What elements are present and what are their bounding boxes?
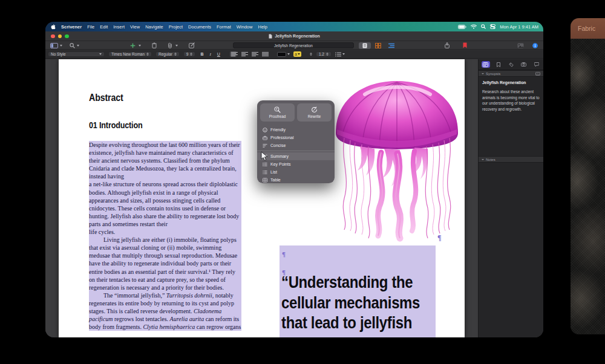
media-icon[interactable]	[517, 43, 524, 48]
inspector-tabs	[479, 59, 543, 70]
binder-toggle-icon[interactable]	[50, 43, 58, 48]
rewrite-button[interactable]: Rewrite	[297, 103, 332, 122]
rewrite-icon	[311, 106, 318, 113]
pull-quote-text: “Understanding the cellular mechanisms t…	[281, 272, 437, 333]
wifi-icon[interactable]	[471, 24, 477, 29]
align-center-button[interactable]	[240, 51, 247, 57]
underline-button[interactable]: U	[216, 52, 221, 56]
list-format-icon[interactable]	[335, 52, 345, 57]
fabric-window[interactable]: Fabric	[571, 18, 605, 334]
menu-item-edit[interactable]: Edit	[100, 24, 108, 30]
selected-body-text[interactable]: Despite evolving throughout the last 600…	[89, 141, 241, 331]
trash-icon[interactable]	[152, 42, 157, 48]
fabric-title: Fabric	[578, 25, 595, 32]
inspector-panel: Synopsis Jellyfish Regeneration Research…	[478, 59, 543, 337]
tab-comments-icon[interactable]	[532, 61, 541, 68]
pilcrow-mark: ¶	[282, 250, 286, 258]
compose-icon[interactable]	[189, 42, 195, 48]
spotlight-icon[interactable]	[481, 24, 486, 29]
menu-item-help[interactable]: Help	[258, 24, 267, 30]
writing-tool-list[interactable]: List	[257, 168, 335, 176]
pilcrow-mark: ¶	[437, 233, 441, 242]
inspector-info-icon[interactable]	[532, 43, 538, 48]
italic-button[interactable]: I	[208, 52, 212, 57]
friendly-smiley-icon	[263, 128, 267, 132]
proofread-button[interactable]: Proofread	[260, 103, 295, 122]
key-points-icon	[263, 162, 267, 167]
font-variant-dropdown[interactable]: Regular	[155, 51, 180, 57]
apple-menu-icon[interactable]	[50, 24, 56, 30]
synopsis-content[interactable]: Jellyfish Regeneration Research about th…	[479, 77, 543, 112]
font-dropdown[interactable]: Times New Roman	[108, 51, 152, 57]
bold-button[interactable]: B	[199, 52, 204, 56]
search-icon[interactable]	[70, 43, 75, 48]
add-item-icon[interactable]	[130, 43, 136, 48]
tab-metadata-icon[interactable]	[507, 61, 515, 68]
scrivener-window: Jellyfish Regeneration	[45, 31, 543, 337]
menu-item-navigate[interactable]: Navigate	[145, 24, 163, 30]
view-mode-corkboard[interactable]	[372, 42, 384, 49]
heading-abstract: Abstract	[89, 92, 123, 104]
menu-item-scrivener[interactable]: Scrivener	[61, 24, 82, 30]
professional-briefcase-icon	[263, 135, 267, 140]
menu-item-view[interactable]: View	[130, 24, 140, 30]
document-title-field[interactable]: Jellyfish Regeneration	[233, 42, 354, 48]
paperclip-icon[interactable]	[168, 42, 172, 48]
close-button[interactable]	[51, 34, 55, 39]
fabric-title-bar: Fabric	[571, 18, 605, 39]
view-mode-outline[interactable]	[385, 42, 397, 49]
writing-tools-popup: Proofread Rewrite Friendly Professional	[257, 100, 335, 183]
title-bar: Jellyfish Regeneration	[45, 31, 543, 41]
font-size-stepper[interactable]: 9	[183, 51, 196, 57]
jellyfish-illustration	[324, 75, 465, 243]
concise-lines-icon	[263, 143, 267, 148]
proofread-magnifier-icon	[274, 106, 281, 113]
writing-tool-concise[interactable]: Concise	[257, 141, 335, 149]
writing-tool-professional[interactable]: Professional	[257, 134, 335, 141]
style-dropdown[interactable]: No Style	[48, 51, 105, 57]
document-icon	[269, 34, 272, 39]
writing-tool-summary[interactable]: Summary	[257, 152, 335, 160]
mac-screen: Scrivener File Edit Insert View Navigate…	[45, 22, 543, 337]
synopsis-text: Research about these ancient animals is …	[482, 89, 540, 112]
tab-notes-icon[interactable]	[482, 61, 490, 68]
format-bar: No Style Times New Roman Regular 9 B I U	[45, 50, 543, 59]
fabric-texture-image	[571, 39, 605, 334]
battery-icon[interactable]	[458, 25, 466, 29]
writing-tool-key-points[interactable]: Key Points	[257, 160, 335, 168]
table-icon	[263, 178, 267, 183]
align-right-button[interactable]	[250, 51, 257, 57]
menu-item-window[interactable]: Window	[237, 24, 253, 30]
view-mode-document[interactable]	[359, 42, 371, 49]
zoom-button[interactable]	[65, 34, 69, 39]
bookmark-icon[interactable]	[463, 42, 467, 48]
selected-quote-block[interactable]: ¶ ¶ “Understanding the cellular mechanis…	[280, 245, 436, 337]
menu-item-documents[interactable]: Documents	[188, 24, 211, 30]
tab-bookmarks-icon[interactable]	[494, 61, 503, 68]
menu-item-file[interactable]: File	[87, 24, 94, 30]
highlight-color-button[interactable]: a	[293, 51, 301, 57]
menu-item-format[interactable]: Format	[217, 24, 231, 30]
align-justify-button[interactable]	[261, 51, 267, 57]
menu-item-insert[interactable]: Insert	[113, 24, 125, 30]
menu-item-project[interactable]: Project	[169, 24, 183, 30]
writing-tool-friendly[interactable]: Friendly	[257, 126, 335, 134]
window-title: Jellyfish Regeneration	[269, 34, 320, 39]
notes-section-header[interactable]: Notes	[479, 156, 543, 163]
control-center-icon[interactable]	[490, 24, 495, 29]
text-color-swatch[interactable]	[277, 52, 290, 57]
align-left-button[interactable]	[230, 51, 237, 57]
desktop: Scrivener File Edit Insert View Navigate…	[0, 0, 605, 364]
writing-tool-table[interactable]: Table	[257, 176, 335, 184]
main-toolbar: Jellyfish Regeneration	[45, 41, 543, 50]
synopsis-section-header[interactable]: Synopsis	[479, 70, 543, 77]
menubar-clock[interactable]: Mon Apr 1 9:41 AM	[500, 24, 538, 30]
synopsis-image-icon[interactable]	[535, 72, 540, 76]
minimize-button[interactable]	[58, 34, 62, 39]
popup-separator	[257, 151, 335, 151]
tab-snapshots-icon[interactable]	[520, 61, 528, 68]
menu-bar: Scrivener File Edit Insert View Navigate…	[45, 22, 543, 31]
share-icon[interactable]	[445, 42, 450, 48]
line-spacing-stepper[interactable]: 1.2	[316, 51, 332, 57]
list-icon	[263, 170, 267, 175]
